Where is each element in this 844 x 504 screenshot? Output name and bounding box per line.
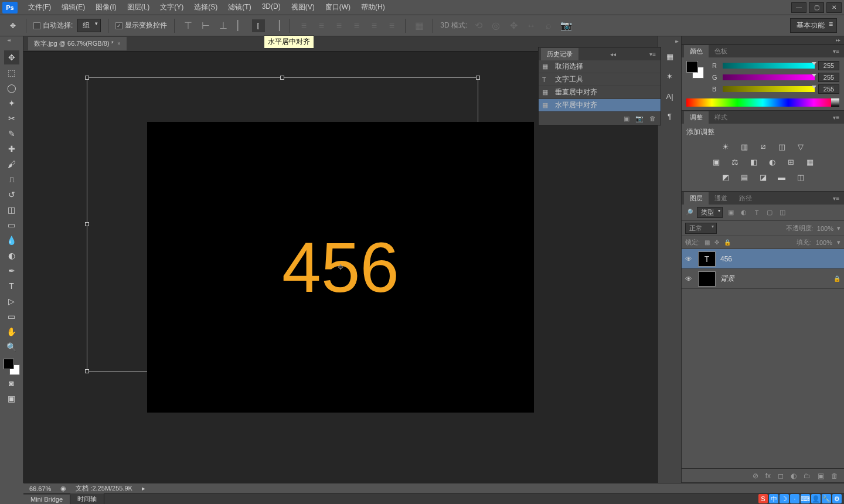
align-top-icon[interactable]: ⊤ [182,19,195,32]
menu-view[interactable]: 视图(V) [287,1,319,13]
checkbox-icon[interactable]: ✓ [115,22,122,29]
zoom-value[interactable]: 66.67% [29,485,51,492]
dock-brushes-icon[interactable]: ✶ [663,70,677,82]
hue-bar[interactable] [686,98,839,107]
mask-icon[interactable]: ◻ [778,472,784,480]
link-layers-icon[interactable]: ⊘ [753,472,758,480]
opacity-value[interactable]: 100% [817,225,833,232]
close-tab-icon[interactable]: × [117,40,121,47]
marquee-tool[interactable]: ⬚ [4,66,19,80]
curves-icon[interactable]: ⧄ [758,142,768,151]
layer-name[interactable]: 背景 [720,274,829,284]
delete-state-icon[interactable]: 🗑 [649,115,656,122]
layer-name[interactable]: 456 [720,255,840,263]
workspace-dropdown[interactable]: 基本功能 [790,18,837,33]
snapshot-camera-icon[interactable]: 📷 [635,115,644,122]
invert-icon[interactable]: ◩ [720,172,731,182]
panel-menu-icon[interactable]: ▾≡ [831,114,842,121]
fill-value[interactable]: 100% [816,239,832,246]
tray-ime-icon[interactable]: S [758,494,768,503]
panels-collapse-handle[interactable]: ▸▸ [682,36,844,45]
brush-tool[interactable]: 🖌 [4,157,19,171]
panel-menu-icon[interactable]: ▾≡ [831,195,842,202]
menu-window[interactable]: 窗口(W) [321,1,355,13]
stamp-tool[interactable]: ⎍ [4,172,19,186]
tab-history[interactable]: 历史记录 [541,48,578,60]
crop-tool[interactable]: ✂ [4,111,19,125]
status-disclosure-icon[interactable]: ◉ [60,485,66,492]
status-arrow-icon[interactable]: ▸ [142,485,145,492]
menu-layer[interactable]: 图层(L) [122,1,155,13]
new-layer-icon[interactable]: ▣ [818,472,824,480]
menu-help[interactable]: 帮助(H) [356,1,390,13]
history-item[interactable]: T 文字工具 [539,73,661,86]
handle-ne[interactable] [476,76,480,80]
channel-mixer-icon[interactable]: ⊞ [786,157,797,166]
filter-adjust-icon[interactable]: ◐ [739,209,748,217]
lock-position-icon[interactable]: ✜ [714,239,719,246]
color-swatch-pair[interactable] [686,61,704,79]
fill-dropdown-icon[interactable]: ▾ [837,239,840,246]
quickmask-tool[interactable]: ◙ [4,376,19,390]
group-icon[interactable]: 🗀 [804,472,811,480]
shape-tool[interactable]: ▭ [4,309,19,323]
history-item[interactable]: ▦ 垂直居中对齐 [539,86,661,99]
maximize-button[interactable]: ▢ [809,2,824,13]
selective-color-icon[interactable]: ◫ [795,172,806,182]
slider-r[interactable] [723,63,815,69]
value-r[interactable]: 255 [818,61,839,70]
tab-adjustments[interactable]: 调整 [684,111,709,124]
handle-w[interactable] [85,222,89,226]
hand-tool[interactable]: ✋ [4,325,19,339]
canvas[interactable]: 456 ✥ [147,122,534,413]
menu-image[interactable]: 图像(I) [91,1,121,13]
color-lookup-icon[interactable]: ▦ [805,157,815,166]
panel-menu-icon[interactable]: ▾≡ [647,51,658,57]
align-right-icon[interactable]: ▕ [270,19,283,32]
bw-icon[interactable]: ◧ [748,157,759,166]
menu-select[interactable]: 选择(S) [189,1,222,13]
tray-wrench-icon[interactable]: 🔧 [822,494,831,503]
close-button[interactable]: ✕ [826,2,842,13]
tab-color[interactable]: 颜色 [684,45,709,57]
show-transform-option[interactable]: ✓ 显示变换控件 [115,21,167,30]
menu-3d[interactable]: 3D(D) [257,1,285,13]
screenmode-tool[interactable]: ▣ [4,391,19,406]
history-item[interactable]: ▦ 水平居中对齐 [539,99,661,112]
handle-sw[interactable] [85,369,89,373]
dock-paragraph-icon[interactable]: ¶ [663,110,677,122]
menu-edit[interactable]: 编辑(E) [57,1,90,13]
panel-menu-icon[interactable]: ▾≡ [831,48,842,55]
filter-shape-icon[interactable]: ▢ [765,209,774,217]
vibrance-icon[interactable]: ▽ [795,142,806,151]
lock-icon[interactable]: 🔒 [833,275,840,282]
tray-lang-icon[interactable]: 中 [769,494,778,503]
value-b[interactable]: 255 [818,84,839,94]
posterize-icon[interactable]: ▤ [739,172,750,182]
gradient-map-icon[interactable]: ▬ [777,172,787,182]
fg-swatch[interactable] [686,61,698,73]
foreground-swatch[interactable] [4,359,14,369]
zoom-tool[interactable]: 🔍 [4,340,19,354]
tray-person-icon[interactable]: 👤 [811,494,821,503]
filter-search-icon[interactable]: 🔎 [685,209,693,216]
tray-keyboard-icon[interactable]: ⌨ [801,494,810,503]
menu-type[interactable]: 文字(Y) [155,1,188,13]
hue-icon[interactable]: ▣ [711,157,722,166]
snapshot-new-icon[interactable]: ▣ [624,115,629,122]
value-g[interactable]: 255 [818,73,839,82]
tab-timeline[interactable]: 时间轴 [70,493,104,504]
slider-g[interactable] [723,74,815,80]
layer-item[interactable]: 👁 背景 🔒 [682,269,844,289]
wand-tool[interactable]: ✦ [4,96,19,110]
doc-info[interactable]: 文档 :2.25M/255.9K [76,484,132,493]
align-left-icon[interactable]: ▏ [234,19,247,32]
tab-layers[interactable]: 图层 [684,192,709,205]
color-swatches[interactable] [4,359,20,375]
lock-all-icon[interactable]: 🔒 [724,239,731,246]
filter-type-dropdown[interactable]: 类型 [697,207,723,218]
tab-styles[interactable]: 样式 [709,111,733,124]
filter-type-icon[interactable]: T [752,209,761,217]
align-bottom-icon[interactable]: ⊥ [217,19,230,32]
blur-tool[interactable]: 💧 [4,233,19,247]
